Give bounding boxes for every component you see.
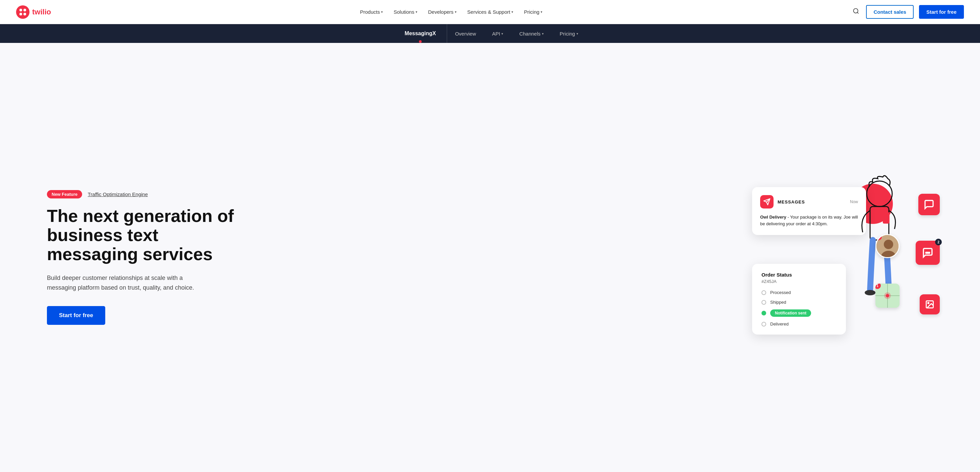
messages-card-title: MESSAGES xyxy=(778,199,805,204)
svg-point-3 xyxy=(19,13,22,16)
step-processed: Processed xyxy=(762,290,837,295)
order-title: Order Status xyxy=(762,272,837,277)
sub-nav-pricing[interactable]: Pricing ▾ xyxy=(552,24,586,43)
search-button[interactable] xyxy=(851,6,861,18)
sub-nav-links: Overview API ▾ Channels ▾ Pricing ▾ xyxy=(447,24,586,43)
hero-description: Build deeper customer relationships at s… xyxy=(47,273,208,293)
nav-item-solutions[interactable]: Solutions ▾ xyxy=(393,9,417,15)
channels-label: Channels xyxy=(519,31,540,37)
sub-pricing-chevron: ▾ xyxy=(576,32,578,35)
messages-icon xyxy=(760,195,773,209)
sub-nav-product[interactable]: MessagingX xyxy=(394,24,447,43)
step-circle-delivered xyxy=(762,322,766,327)
step-notification: Notification sent xyxy=(762,309,837,317)
nav-item-pricing[interactable]: Pricing ▾ xyxy=(524,9,542,15)
sub-navigation: MessagingX Overview API ▾ Channels ▾ Pri… xyxy=(0,24,980,43)
svg-rect-0 xyxy=(16,5,30,19)
chat-icon-bubble-1 xyxy=(918,194,940,215)
step-circle-notification xyxy=(762,311,766,316)
nav-item-products[interactable]: Products ▾ xyxy=(360,9,383,15)
hero-section: New Feature Traffic Optimization Engine … xyxy=(0,43,980,472)
svg-point-13 xyxy=(928,252,928,254)
order-card: Order Status #Z45JA Processed Shipped No… xyxy=(752,264,846,335)
svg-rect-9 xyxy=(883,212,889,223)
order-steps: Processed Shipped Notification sent Deli… xyxy=(762,290,837,327)
solutions-label: Solutions xyxy=(393,9,414,15)
step-label-processed: Processed xyxy=(770,290,791,295)
channels-chevron: ▾ xyxy=(542,32,544,35)
hero-title: The next generation of business text mes… xyxy=(47,206,235,264)
svg-line-6 xyxy=(858,13,859,14)
step-label-shipped: Shipped xyxy=(770,300,786,305)
nav-right: Contact sales Start for free xyxy=(851,5,964,19)
step-circle-shipped xyxy=(762,300,766,305)
feature-link[interactable]: Traffic Optimization Engine xyxy=(88,191,148,197)
step-shipped: Shipped xyxy=(762,300,837,305)
badge-row: New Feature Traffic Optimization Engine xyxy=(47,190,235,198)
order-id: #Z45JA xyxy=(762,279,837,284)
contact-sales-button[interactable]: Contact sales xyxy=(866,5,914,19)
image-icon-bubble xyxy=(920,294,940,314)
new-feature-badge: New Feature xyxy=(47,190,82,198)
search-icon xyxy=(853,8,859,14)
svg-point-16 xyxy=(928,302,929,304)
sub-nav-channels[interactable]: Channels ▾ xyxy=(511,24,551,43)
services-chevron: ▾ xyxy=(511,10,513,14)
svg-point-2 xyxy=(24,9,26,11)
svg-point-10 xyxy=(865,290,875,295)
api-chevron: ▾ xyxy=(501,32,503,35)
svg-point-12 xyxy=(926,252,927,254)
step-delivered: Delivered xyxy=(762,322,837,327)
logo[interactable]: twilio xyxy=(16,5,51,19)
svg-point-4 xyxy=(24,13,26,16)
chat-icon xyxy=(924,199,934,210)
logo-text: twilio xyxy=(32,8,51,16)
image-message-icon xyxy=(925,300,934,309)
developers-chevron: ▾ xyxy=(455,10,457,14)
svg-point-7 xyxy=(867,181,892,206)
hero-start-button[interactable]: Start for free xyxy=(47,306,105,325)
nav-links: Products ▾ Solutions ▾ Developers ▾ Serv… xyxy=(360,9,542,15)
services-label: Services & Support xyxy=(467,9,510,15)
start-free-nav-button[interactable]: Start for free xyxy=(919,5,964,19)
sub-pricing-label: Pricing xyxy=(560,31,575,37)
nav-item-services[interactable]: Services & Support ▾ xyxy=(467,9,513,15)
pricing-chevron: ▾ xyxy=(541,10,542,14)
top-navigation: twilio Products ▾ Solutions ▾ Developers… xyxy=(0,0,980,24)
svg-point-1 xyxy=(19,9,22,11)
chat-dots-icon xyxy=(922,247,934,258)
step-label-delivered: Delivered xyxy=(770,322,789,327)
products-chevron: ▾ xyxy=(381,10,383,14)
sub-nav-api[interactable]: API ▾ xyxy=(484,24,511,43)
svg-point-14 xyxy=(929,252,930,254)
chat-icon-bubble-2: 2 xyxy=(916,241,940,265)
messages-sender: Owl Delivery xyxy=(760,215,786,220)
messages-card-header: MESSAGES Now xyxy=(760,195,858,209)
messages-body: Owl Delivery - Your package is on its wa… xyxy=(760,214,858,227)
step-label-notification: Notification sent xyxy=(770,309,811,317)
svg-point-18 xyxy=(884,240,893,249)
api-label: API xyxy=(492,31,500,37)
developers-label: Developers xyxy=(428,9,453,15)
map-thumbnail: 1 xyxy=(875,284,900,308)
nav-item-developers[interactable]: Developers ▾ xyxy=(428,9,457,15)
avatar-thumbnail-1: 1 xyxy=(875,234,900,258)
svg-point-5 xyxy=(854,9,858,13)
pricing-label: Pricing xyxy=(524,9,539,15)
send-icon xyxy=(763,198,770,206)
overview-label: Overview xyxy=(455,31,476,37)
solutions-chevron: ▾ xyxy=(415,10,417,14)
step-circle-processed xyxy=(762,290,766,295)
hero-left: New Feature Traffic Optimization Engine … xyxy=(47,190,235,325)
hero-right: MESSAGES Now Owl Delivery - Your package… xyxy=(745,174,940,341)
products-label: Products xyxy=(360,9,380,15)
twilio-logo-icon xyxy=(16,5,30,19)
svg-point-24 xyxy=(886,294,889,297)
sub-nav-overview[interactable]: Overview xyxy=(447,24,484,43)
chat-badge-count: 2 xyxy=(935,239,942,246)
